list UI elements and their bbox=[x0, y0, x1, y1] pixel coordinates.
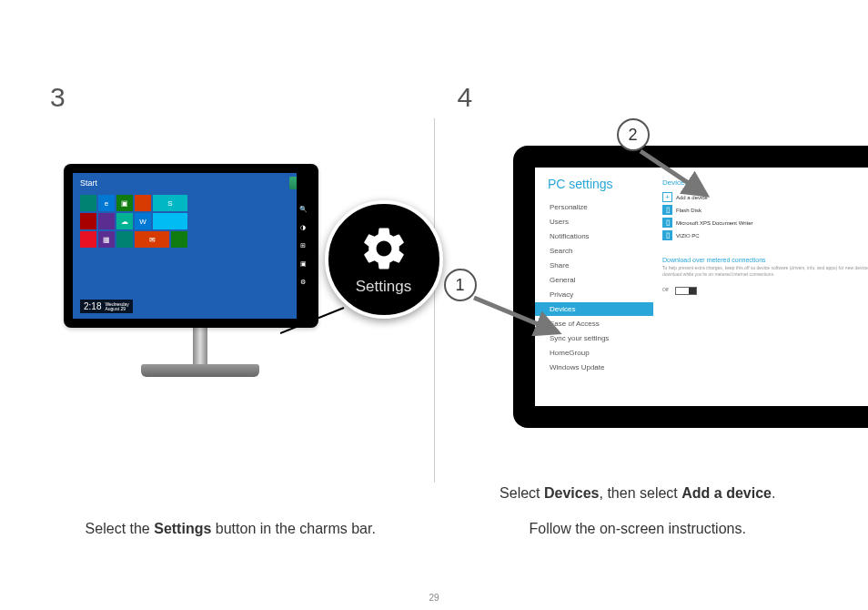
monitor-neck bbox=[193, 328, 207, 364]
toggle-label: Off bbox=[662, 287, 669, 292]
charm-devices-icon: ▣ bbox=[299, 260, 307, 268]
svg-line-1 bbox=[474, 298, 558, 332]
sidebar-item-search[interactable]: Search bbox=[548, 244, 653, 258]
tile bbox=[80, 213, 96, 229]
charm-start-icon: ⊞ bbox=[299, 242, 307, 249]
sidebar-item-homegroup[interactable]: HomeGroup bbox=[548, 346, 653, 360]
pc-settings-screen: PC settings Personalize Users Notificati… bbox=[535, 168, 868, 406]
step-3-column: 3 Start e ▣ S ☁ W bbox=[27, 73, 434, 574]
marker-2: 2 bbox=[617, 118, 650, 151]
page-number: 29 bbox=[429, 593, 439, 603]
arrow-1 bbox=[467, 296, 567, 341]
tile: e bbox=[98, 195, 115, 211]
metered-toggle[interactable] bbox=[675, 287, 697, 295]
device-icon: ▯ bbox=[662, 205, 672, 215]
device-item[interactable]: ▯ VIZIO PC bbox=[662, 230, 868, 240]
arrow-2 bbox=[637, 147, 719, 202]
step-3-caption: Select the Settings button in the charms… bbox=[27, 512, 434, 546]
device-icon: ▯ bbox=[662, 218, 672, 228]
tile-grid: e ▣ S ☁ W ▦ ✉ bbox=[80, 195, 187, 248]
clock-time: 2:18 bbox=[84, 301, 101, 311]
tile bbox=[135, 195, 151, 211]
device-item[interactable]: ▯ Microsoft XPS Document Writer bbox=[662, 218, 868, 228]
sidebar-item-general[interactable]: General bbox=[548, 273, 653, 287]
step-4-column: 4 1 2 PC settings Personalize Users Noti… bbox=[435, 73, 842, 574]
step-number-3: 3 bbox=[50, 82, 66, 113]
monitor-illustration: Start e ▣ S ☁ W ▦ bbox=[64, 164, 337, 377]
sidebar-item-windows-update[interactable]: Windows Update bbox=[548, 361, 653, 374]
callout-line bbox=[280, 299, 353, 344]
tile: W bbox=[135, 213, 151, 229]
marker-1: 1 bbox=[444, 269, 477, 301]
tile-wide: ✉ bbox=[135, 231, 169, 248]
gear-icon bbox=[358, 223, 409, 274]
sidebar-item-notifications[interactable]: Notifications bbox=[548, 229, 653, 243]
step-4-caption: Select Devices, then select Add a device… bbox=[435, 476, 842, 546]
tile-wide: S bbox=[153, 195, 187, 211]
pc-settings-content: Devices + Add a device ▯ Flash Disk ▯ Mi… bbox=[653, 168, 868, 406]
tile: ▣ bbox=[116, 195, 133, 211]
tile: ▦ bbox=[98, 231, 115, 248]
start-label: Start bbox=[80, 178, 97, 188]
tile bbox=[116, 231, 133, 248]
svg-line-0 bbox=[280, 308, 344, 333]
clock-bar: 2:18 Wednesday August 29 bbox=[80, 300, 133, 313]
sidebar-item-share[interactable]: Share bbox=[548, 259, 653, 272]
start-screen: Start e ▣ S ☁ W ▦ bbox=[73, 173, 309, 319]
metered-description: To help prevent extra charges, keep this… bbox=[662, 265, 868, 277]
charm-share-icon: ◑ bbox=[299, 224, 307, 231]
tile: ☁ bbox=[116, 213, 133, 229]
step-number-4: 4 bbox=[458, 82, 473, 113]
settings-label: Settings bbox=[356, 278, 411, 296]
charm-settings-icon: ⚙ bbox=[299, 279, 307, 286]
toggle-row: Off bbox=[662, 280, 868, 297]
charms-bar: 🔍 ◑ ⊞ ▣ ⚙ bbox=[297, 173, 309, 319]
monitor-base bbox=[141, 364, 259, 377]
svg-line-2 bbox=[641, 151, 706, 195]
sidebar-item-users[interactable]: Users bbox=[548, 215, 653, 229]
clock-date-wrap: Wednesday August 29 bbox=[105, 302, 128, 311]
tile bbox=[171, 231, 187, 248]
sidebar-item-personalize[interactable]: Personalize bbox=[548, 200, 653, 214]
tile bbox=[80, 195, 96, 211]
device-icon: ▯ bbox=[662, 230, 672, 240]
tile bbox=[98, 213, 115, 229]
tile-wide bbox=[153, 213, 187, 229]
device-item[interactable]: ▯ Flash Disk bbox=[662, 205, 868, 215]
manual-page: 3 Start e ▣ S ☁ W bbox=[0, 0, 868, 610]
metered-heading: Download over metered connections bbox=[662, 257, 868, 263]
tile bbox=[80, 231, 96, 248]
pc-settings-sidebar: PC settings Personalize Users Notificati… bbox=[535, 168, 653, 406]
charm-search-icon: 🔍 bbox=[299, 206, 307, 213]
